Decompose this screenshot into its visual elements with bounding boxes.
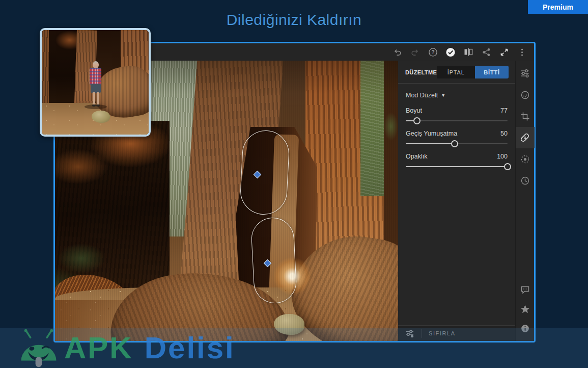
watermark-band: APK Delisi (0, 328, 588, 368)
healing-selection-upper[interactable] (239, 129, 291, 216)
slider-label: Geçiş Yumuşatma (406, 130, 457, 137)
cancel-button[interactable]: İPTAL (437, 66, 475, 78)
feather-slider-row: Geçiş Yumuşatma 50 (406, 130, 508, 144)
versions-tool-icon[interactable] (516, 170, 535, 191)
healing-tool-icon[interactable] (516, 127, 535, 148)
person-shoe (96, 104, 100, 107)
help-icon[interactable]: ? (428, 47, 438, 57)
size-slider-row: Boyut 77 (406, 107, 508, 121)
slider-label: Boyut (406, 107, 422, 114)
person-leg (93, 92, 95, 105)
mode-label: Mod Düzelt (406, 92, 438, 99)
adjustments-tool-icon[interactable] (516, 63, 535, 84)
svg-text:?: ? (431, 49, 434, 55)
opacity-slider-row: Opaklık 100 (406, 153, 508, 167)
watermark-text: APK Delisi (64, 330, 235, 365)
person-leg (97, 92, 99, 105)
watermark-apk: APK (64, 330, 133, 365)
done-check-icon[interactable] (445, 47, 456, 57)
thumb-rock (92, 111, 110, 123)
mode-dropdown[interactable]: Mod Düzelt ▼ (406, 92, 508, 99)
person-head (93, 61, 99, 68)
slider-thumb[interactable] (451, 140, 458, 147)
android-mascot-icon (15, 328, 62, 368)
person-shoe (92, 104, 96, 107)
redo-icon[interactable] (410, 47, 420, 57)
color-tool-icon[interactable] (516, 84, 535, 106)
before-thumbnail (40, 28, 151, 137)
tool-strip (515, 61, 534, 341)
premium-badge[interactable]: Premium (528, 0, 588, 14)
slider-label: Opaklık (406, 153, 427, 160)
undo-icon[interactable] (392, 47, 402, 57)
slider-value: 50 (500, 130, 508, 137)
slider-value: 100 (497, 153, 508, 160)
panel-header: DÜZELTME İPTAL BİTTİ (398, 61, 515, 83)
watermark-delisi: Delisi (145, 330, 235, 365)
page-title: Dilediğinizi Kaldırın (0, 11, 588, 29)
slider-track[interactable] (406, 120, 508, 121)
crop-tool-icon[interactable] (516, 106, 535, 127)
rating-star-icon[interactable] (516, 299, 535, 319)
slider-thumb[interactable] (504, 163, 511, 170)
healing-selection-lower[interactable] (250, 217, 298, 304)
slider-track[interactable] (406, 143, 508, 144)
person-shorts (91, 84, 101, 93)
comments-icon[interactable] (516, 280, 535, 299)
more-options-icon[interactable] (517, 47, 527, 57)
share-icon[interactable] (481, 47, 491, 57)
slider-fill (406, 166, 508, 167)
done-button[interactable]: BİTTİ (475, 66, 509, 78)
compare-before-after-icon[interactable] (463, 47, 473, 57)
fullscreen-icon[interactable] (499, 47, 509, 57)
slider-thumb[interactable] (413, 117, 421, 124)
thumb-person (88, 61, 103, 108)
masking-tool-icon[interactable] (516, 148, 535, 170)
healing-settings-panel: DÜZELTME İPTAL BİTTİ Mod Düzelt ▼ Boyut … (398, 61, 515, 341)
slider-value: 77 (500, 107, 508, 114)
person-plaid-shirt (90, 68, 101, 85)
slider-fill (406, 143, 455, 144)
chevron-down-icon: ▼ (441, 93, 445, 98)
slider-track[interactable] (406, 166, 508, 167)
panel-title: DÜZELTME (405, 69, 437, 75)
